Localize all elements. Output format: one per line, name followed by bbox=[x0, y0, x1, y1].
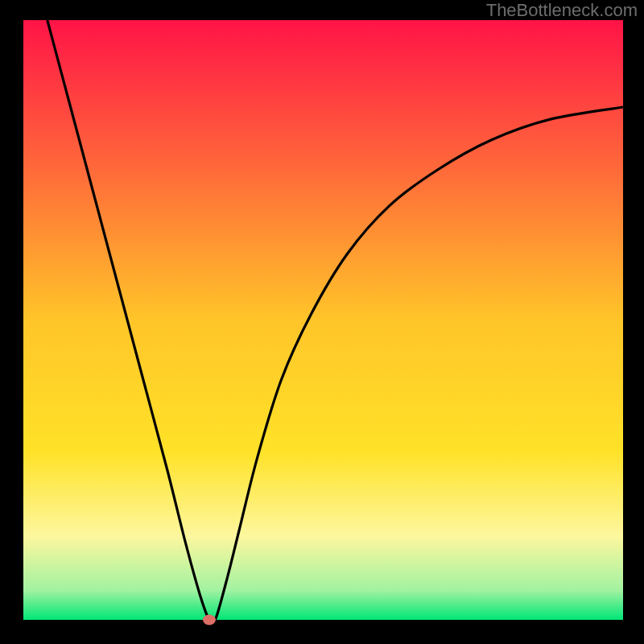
watermark-text: TheBottleneck.com bbox=[486, 0, 638, 21]
chart-container: TheBottleneck.com bbox=[0, 0, 644, 644]
bottleneck-chart bbox=[0, 0, 644, 644]
minimum-marker bbox=[203, 615, 216, 625]
plot-background bbox=[23, 20, 623, 620]
